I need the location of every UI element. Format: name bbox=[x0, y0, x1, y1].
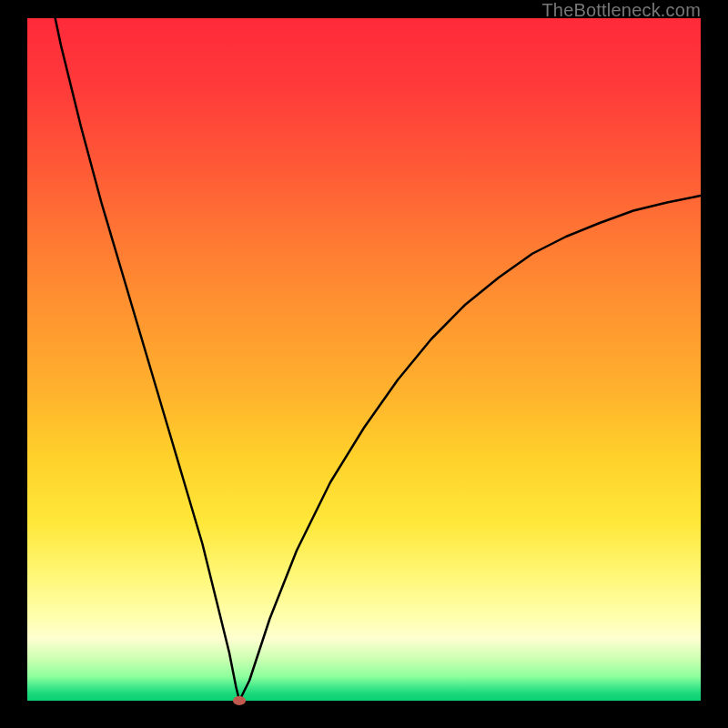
minimum-point-marker bbox=[233, 696, 246, 705]
bottleneck-curve bbox=[27, 18, 701, 701]
chart-frame: TheBottleneck.com bbox=[0, 0, 728, 728]
plot-area bbox=[27, 18, 701, 701]
